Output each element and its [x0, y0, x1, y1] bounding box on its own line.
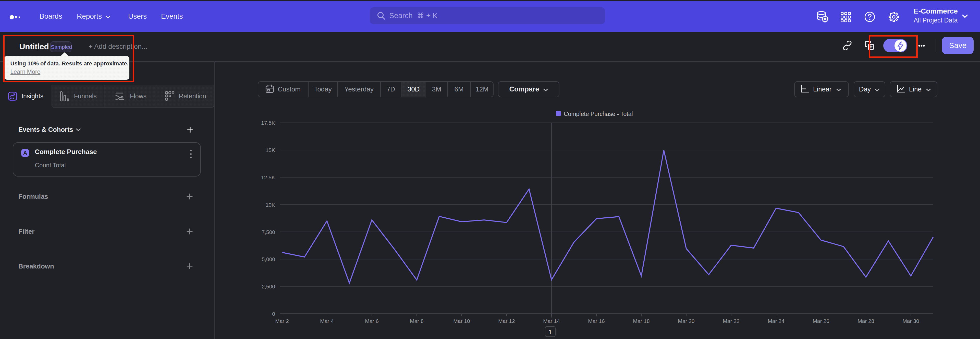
svg-text:12.5K: 12.5K — [261, 174, 275, 181]
svg-text:Mar 4: Mar 4 — [320, 318, 334, 324]
svg-text:7,500: 7,500 — [262, 229, 275, 235]
svg-text:Mar 10: Mar 10 — [453, 318, 470, 324]
svg-text:Mar 16: Mar 16 — [588, 318, 605, 324]
svg-text:Mar 6: Mar 6 — [365, 318, 379, 324]
svg-text:Mar 2: Mar 2 — [275, 318, 289, 324]
svg-text:Mar 30: Mar 30 — [902, 318, 919, 324]
svg-text:Mar 26: Mar 26 — [813, 318, 829, 324]
svg-text:2,500: 2,500 — [262, 283, 275, 289]
svg-text:Mar 22: Mar 22 — [723, 318, 739, 324]
svg-text:5,000: 5,000 — [262, 256, 275, 262]
svg-text:Mar 8: Mar 8 — [410, 318, 424, 324]
svg-text:0: 0 — [272, 311, 275, 317]
svg-text:Mar 14: Mar 14 — [543, 318, 560, 324]
svg-text:Mar 20: Mar 20 — [678, 318, 694, 324]
svg-text:10K: 10K — [266, 202, 275, 208]
svg-text:Mar 18: Mar 18 — [633, 318, 649, 324]
svg-text:Mar 24: Mar 24 — [768, 318, 784, 324]
svg-text:17.5K: 17.5K — [261, 120, 275, 126]
svg-text:Mar 28: Mar 28 — [858, 318, 874, 324]
svg-text:15K: 15K — [266, 147, 275, 153]
svg-text:Mar 12: Mar 12 — [498, 318, 515, 324]
